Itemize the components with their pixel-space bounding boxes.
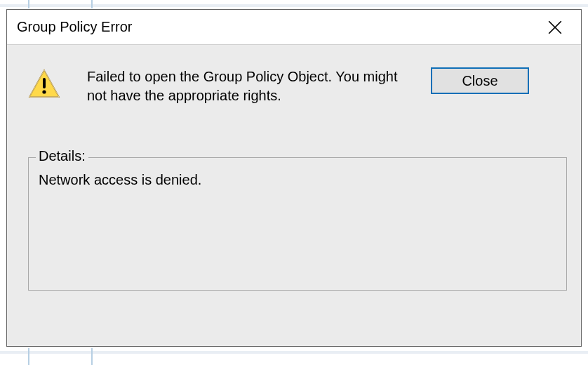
dialog-body: Failed to open the Group Policy Object. … [7,45,581,305]
dialog-title: Group Policy Error [17,19,133,35]
titlebar-close-button[interactable] [536,10,574,45]
background-decoration [28,0,29,8]
background-decoration [91,348,93,365]
error-message: Failed to open the Group Policy Object. … [87,67,417,105]
background-decoration [0,351,588,354]
error-dialog: Group Policy Error Failed to open the Gr… [6,9,582,347]
background-decoration [0,4,588,7]
svg-point-5 [42,90,46,93]
titlebar: Group Policy Error [7,10,581,45]
details-group: Details: Network access is denied. [28,157,567,291]
details-text: Network access is denied. [39,172,556,188]
warning-icon [28,69,60,101]
close-button[interactable]: Close [431,67,529,94]
main-row: Failed to open the Group Policy Object. … [28,67,567,105]
background-decoration [91,0,93,8]
close-icon [548,20,562,34]
svg-rect-4 [43,78,46,88]
details-label: Details: [36,148,88,164]
background-decoration [28,348,29,365]
